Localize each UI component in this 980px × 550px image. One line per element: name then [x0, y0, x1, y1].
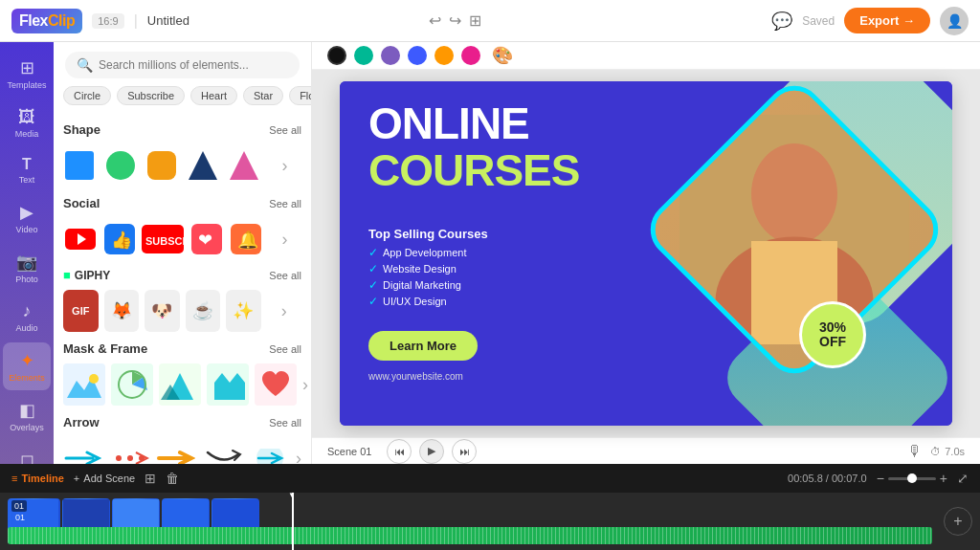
doc-title[interactable]: Untitled [147, 13, 419, 28]
mask-see-all[interactable]: See all [269, 343, 301, 355]
sidebar-label-elements: Elements [9, 373, 45, 383]
add-scene-button[interactable]: + Add Scene [74, 473, 135, 484]
canvas-url: www.yourwebsite.com [368, 371, 463, 382]
tag-subscribe[interactable]: Subscribe [117, 86, 185, 105]
mask-zigzag[interactable] [207, 363, 249, 406]
prev-button[interactable]: ⏮ [387, 439, 412, 464]
arrow-1[interactable] [63, 437, 104, 464]
sidebar-item-overlays[interactable]: ◧ Overlays [3, 392, 51, 440]
mask-pie[interactable] [111, 363, 153, 406]
tag-heart[interactable]: Heart [190, 86, 237, 105]
canvas-list: ✓ App Development ✓ Website Design ✓ Dig… [368, 246, 466, 308]
social-bell[interactable]: 🔔 [229, 218, 262, 260]
sidebar-item-video[interactable]: ▶ Video [3, 194, 51, 242]
undo-icon[interactable]: ↩ [429, 11, 441, 30]
text-icon: T [22, 156, 32, 173]
saved-status: Saved [802, 14, 835, 28]
social-heart[interactable]: ❤ [189, 218, 223, 260]
social-grid: 👍 SUBSCRIBE ❤ 🔔 › [63, 218, 301, 260]
next-button[interactable]: ⏭ [452, 439, 477, 464]
giphy-see-all[interactable]: See all [269, 270, 301, 281]
arrow-3[interactable] [156, 437, 197, 464]
sidebar-item-elements[interactable]: ✦ Elements [3, 342, 51, 390]
social-youtube[interactable] [63, 218, 97, 260]
arrow-4[interactable] [203, 437, 244, 464]
mask-landscape[interactable] [63, 363, 105, 406]
color-swatch-pink[interactable] [461, 46, 480, 65]
svg-point-1 [106, 151, 135, 180]
color-swatch-orange[interactable] [434, 46, 454, 65]
overlays-icon: ◧ [19, 400, 35, 421]
delete-scene-icon[interactable]: 🗑 [166, 471, 179, 486]
sidebar-item-text[interactable]: T Text [3, 148, 51, 192]
social-like[interactable]: 👍 [102, 218, 136, 260]
list-item-1: ✓ App Development [368, 246, 466, 259]
redo-icon[interactable]: ↪ [449, 11, 461, 30]
canvas-preview[interactable]: ONLINE COURSES Top Selling Courses ✓ App… [340, 81, 952, 426]
social-see-all[interactable]: See all [269, 198, 301, 209]
play-button[interactable]: ▶ [419, 439, 444, 464]
export-button[interactable]: Export → [844, 8, 930, 33]
copy-scene-icon[interactable]: ⊞ [145, 471, 156, 486]
arrow-5[interactable] [249, 437, 290, 464]
svg-marker-3 [189, 151, 217, 180]
timeline-label: ≡ Timeline [11, 473, 64, 484]
canvas-title-area: ONLINE COURSES [368, 100, 579, 193]
social-more[interactable]: › [268, 218, 301, 260]
sidebar-label-video: Video [16, 225, 38, 234]
mask-more[interactable]: › [302, 363, 308, 406]
social-subscribe[interactable]: SUBSCRIBE [142, 218, 184, 260]
duration-display: ⏱ 7.0s [930, 446, 965, 457]
check-icon-4: ✓ [368, 295, 378, 308]
arrow-section-header: Arrow See all [63, 415, 301, 429]
grid-icon[interactable]: ⊞ [469, 11, 481, 30]
fill-icon[interactable]: 🎨 [492, 45, 513, 66]
shape-triangle[interactable] [186, 144, 219, 187]
shape-triangle-pink[interactable] [227, 144, 260, 187]
search-input[interactable] [99, 58, 288, 72]
zoom-out-icon[interactable]: − [877, 471, 884, 486]
color-swatch-teal[interactable] [354, 46, 373, 65]
shape-square[interactable] [63, 144, 97, 187]
shape-see-all[interactable]: See all [269, 124, 301, 136]
sidebar-item-media[interactable]: 🖼 Media [3, 99, 51, 146]
zoom-slider[interactable] [888, 477, 936, 480]
color-swatch-blue[interactable] [408, 46, 427, 65]
shape-more[interactable]: › [268, 144, 301, 187]
mic-icon[interactable]: 🎙 [907, 443, 923, 460]
clock-icon: ⏱ [930, 446, 941, 457]
check-icon-2: ✓ [368, 262, 378, 275]
zoom-in-icon[interactable]: + [940, 471, 947, 486]
shape-circle[interactable] [104, 144, 138, 187]
avatar[interactable]: 👤 [940, 7, 969, 35]
svg-point-27 [127, 455, 133, 461]
learn-more-button[interactable]: Learn More [368, 331, 478, 361]
arrow-2[interactable] [110, 437, 151, 464]
tag-circle[interactable]: Circle [63, 86, 111, 105]
color-swatch-black[interactable] [327, 46, 346, 65]
sidebar-item-templates[interactable]: ⊞ Templates [3, 50, 51, 98]
giphy-more[interactable]: › [267, 290, 302, 332]
arrow-see-all[interactable]: See all [269, 417, 301, 429]
sidebar-label-text: Text [19, 175, 35, 185]
audio-track[interactable] [8, 527, 932, 544]
svg-rect-0 [65, 151, 94, 180]
giphy-item-3[interactable]: 🐶 [145, 290, 180, 332]
tag-star[interactable]: Star [243, 86, 283, 105]
sidebar-item-audio[interactable]: ♪ Audio [3, 294, 51, 341]
chat-icon[interactable]: 💬 [771, 11, 792, 32]
giphy-item-5[interactable]: ✨ [226, 290, 261, 332]
mask-heart[interactable] [255, 363, 297, 406]
giphy-item-1[interactable]: GIF [63, 290, 99, 332]
giphy-item-2[interactable]: 🦊 [104, 290, 140, 332]
mask-mountain[interactable] [159, 363, 201, 406]
shape-rounded-rect[interactable] [145, 144, 179, 187]
color-swatch-purple[interactable] [381, 46, 400, 65]
add-clip-button[interactable]: + [944, 507, 972, 536]
sidebar-item-bkground[interactable]: ◻ BKGround [3, 442, 51, 464]
arrow-more[interactable]: › [296, 449, 301, 465]
sidebar-item-photo[interactable]: 📷 Photo [3, 244, 51, 292]
giphy-item-4[interactable]: ☕ [186, 290, 221, 332]
expand-timeline-icon[interactable]: ⤢ [957, 471, 969, 486]
tag-flowers[interactable]: Flowers [289, 86, 311, 105]
